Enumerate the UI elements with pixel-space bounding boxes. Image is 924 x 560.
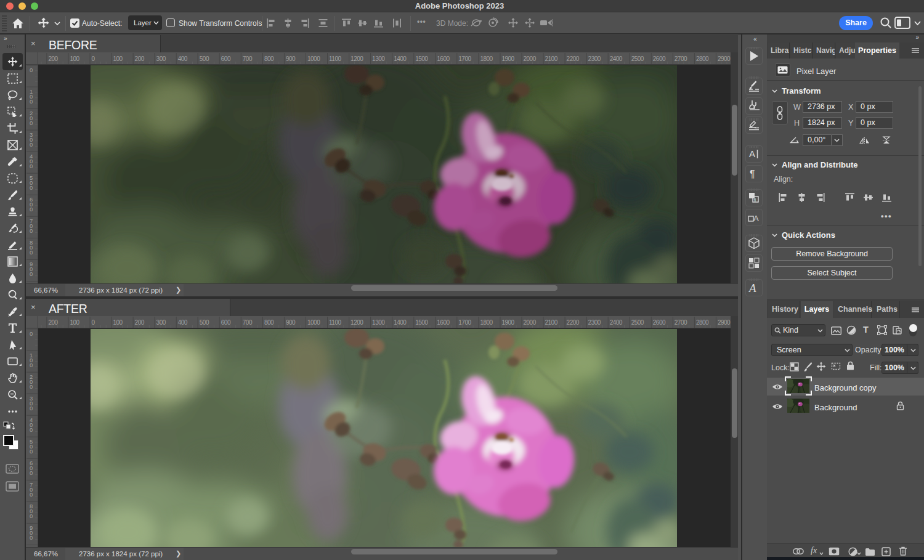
svg-text:1500: 1500 <box>415 55 428 62</box>
svg-text:800: 800 <box>30 503 33 519</box>
svg-text:1700: 1700 <box>458 319 471 326</box>
svg-text:fl: fl <box>754 197 756 203</box>
svg-text:2400: 2400 <box>610 319 623 326</box>
svg-text:100: 100 <box>30 352 33 368</box>
svg-text:300: 300 <box>156 319 166 326</box>
svg-text:700: 700 <box>243 55 253 62</box>
svg-text:2200: 2200 <box>567 319 580 326</box>
svg-text:200: 200 <box>135 55 145 62</box>
svg-text:2900: 2900 <box>718 55 731 62</box>
svg-text:2100: 2100 <box>545 55 558 62</box>
svg-text:900: 900 <box>286 319 296 326</box>
svg-text:400: 400 <box>30 153 33 169</box>
svg-text:¶: ¶ <box>750 169 755 179</box>
svg-text:300: 300 <box>30 131 33 148</box>
svg-text:2100: 2100 <box>545 319 558 326</box>
svg-text:1900: 1900 <box>501 55 514 62</box>
svg-text:2500: 2500 <box>631 55 644 62</box>
svg-text:700: 700 <box>30 217 33 234</box>
svg-text:100: 100 <box>113 55 123 62</box>
svg-text:500: 500 <box>200 55 209 62</box>
svg-text:1600: 1600 <box>437 55 450 62</box>
svg-text:100: 100 <box>30 88 33 105</box>
svg-text:800: 800 <box>264 319 274 326</box>
svg-text:600: 600 <box>221 55 231 62</box>
svg-text:200: 200 <box>30 373 33 390</box>
svg-text:900: 900 <box>30 261 33 277</box>
svg-text:0: 0 <box>30 330 33 337</box>
svg-text:300: 300 <box>30 395 33 412</box>
svg-text:2200: 2200 <box>567 55 580 62</box>
svg-text:1000: 1000 <box>307 319 320 326</box>
svg-text:300: 300 <box>156 55 166 62</box>
svg-text:1300: 1300 <box>372 319 385 326</box>
svg-text:2800: 2800 <box>696 319 709 326</box>
svg-text:1900: 1900 <box>501 319 514 326</box>
svg-text:200: 200 <box>48 319 58 326</box>
svg-text:2000: 2000 <box>524 55 537 62</box>
svg-text:1800: 1800 <box>480 55 493 62</box>
svg-text:1100: 1100 <box>329 55 341 62</box>
svg-text:1000: 1000 <box>307 55 320 62</box>
svg-text:1200: 1200 <box>351 319 363 326</box>
svg-text:200: 200 <box>48 55 58 62</box>
svg-text:2600: 2600 <box>653 55 666 62</box>
svg-text:100: 100 <box>70 55 80 62</box>
svg-text:700: 700 <box>30 481 33 498</box>
svg-text:400: 400 <box>30 416 33 433</box>
svg-text:A: A <box>749 148 755 159</box>
svg-text:1400: 1400 <box>394 319 407 326</box>
svg-text:400: 400 <box>178 319 188 326</box>
svg-text:2300: 2300 <box>588 55 601 62</box>
svg-text:2400: 2400 <box>610 55 623 62</box>
svg-text:2700: 2700 <box>675 55 687 62</box>
svg-text:600: 600 <box>30 196 33 213</box>
svg-text:2700: 2700 <box>675 319 687 326</box>
svg-text:1700: 1700 <box>458 55 471 62</box>
svg-text:800: 800 <box>264 55 274 62</box>
svg-text:600: 600 <box>30 460 33 476</box>
svg-text:1600: 1600 <box>437 319 450 326</box>
svg-text:2000: 2000 <box>524 319 537 326</box>
svg-text:1800: 1800 <box>480 319 493 326</box>
svg-text:A: A <box>753 214 759 223</box>
svg-text:100: 100 <box>113 319 123 326</box>
svg-text:1100: 1100 <box>329 319 341 326</box>
svg-text:400: 400 <box>178 55 188 62</box>
svg-text:1500: 1500 <box>415 319 428 326</box>
svg-text:1400: 1400 <box>394 55 407 62</box>
svg-text:1300: 1300 <box>372 55 385 62</box>
svg-text:0: 0 <box>30 67 33 73</box>
svg-text:900: 900 <box>30 524 33 541</box>
svg-text:2800: 2800 <box>696 55 709 62</box>
svg-text:2500: 2500 <box>631 319 644 326</box>
svg-text:100: 100 <box>70 319 80 326</box>
svg-text:A: A <box>748 282 756 294</box>
svg-text:2600: 2600 <box>653 319 666 326</box>
svg-text:200: 200 <box>135 319 145 326</box>
svg-text:500: 500 <box>30 174 33 191</box>
svg-text:500: 500 <box>200 319 209 326</box>
svg-text:2900: 2900 <box>718 319 731 326</box>
svg-text:200: 200 <box>30 110 33 126</box>
svg-text:1200: 1200 <box>351 55 363 62</box>
svg-text:600: 600 <box>221 319 231 326</box>
svg-text:900: 900 <box>286 55 296 62</box>
svg-text:700: 700 <box>243 319 253 326</box>
svg-text:800: 800 <box>30 239 33 256</box>
svg-text:500: 500 <box>30 438 33 455</box>
svg-text:2300: 2300 <box>588 319 601 326</box>
